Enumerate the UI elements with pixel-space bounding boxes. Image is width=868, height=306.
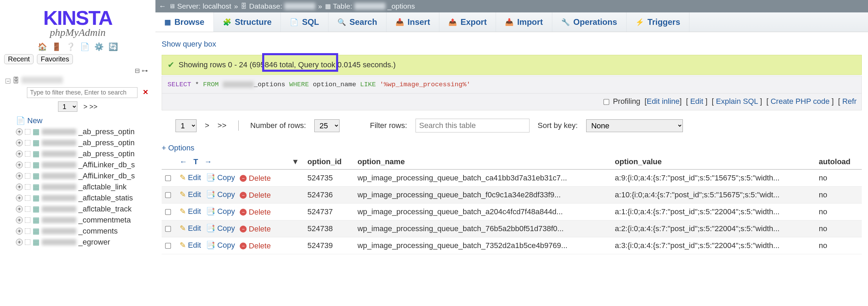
clear-filter-icon[interactable]: ✕ [143, 88, 149, 96]
tree-table-item[interactable]: +▦_ab_press_optin [16, 126, 153, 137]
sortkey-select[interactable]: None [586, 119, 683, 132]
row-copy-link[interactable]: 📑Copy [206, 173, 235, 182]
pencil-icon: ✎ [180, 224, 186, 233]
col-option-id[interactable]: option_id [303, 155, 353, 169]
tree-table-item[interactable]: +▦_ab_press_optin [16, 137, 153, 148]
row-delete-link[interactable]: −Delete [240, 225, 271, 234]
tree-table-item[interactable]: +▦_aflctable_track [16, 204, 153, 215]
breadcrumb-server[interactable]: 🖥Server: localhost [169, 2, 231, 10]
filter-rows-input[interactable] [416, 119, 530, 132]
check-icon: ✔ [168, 60, 174, 70]
tree-table-item[interactable]: +▦_AffiLinker_db_s [16, 170, 153, 181]
favorites-button[interactable]: Favorites [37, 54, 73, 64]
row-delete-link[interactable]: −Delete [240, 191, 271, 200]
help-icon[interactable]: ❔ [66, 42, 75, 51]
row-delete-link[interactable]: −Delete [240, 174, 271, 183]
tree-table-item[interactable]: +▦_aflctable_statis [16, 193, 153, 204]
tab-sql[interactable]: 📄SQL [281, 12, 328, 32]
row-delete-link[interactable]: −Delete [240, 208, 271, 217]
db-tree-root[interactable]: −🗄 [6, 77, 153, 85]
settings-icon[interactable]: ⚙️ [94, 42, 104, 51]
tree-filter-input[interactable] [27, 87, 137, 98]
tree-table-item[interactable]: +▦_egrower [16, 237, 153, 248]
recent-button[interactable]: Recent [4, 54, 34, 64]
row-copy-link[interactable]: 📑Copy [206, 207, 235, 216]
row-checkbox[interactable] [165, 209, 171, 215]
sidebar: KINSTA phpMyAdmin 🏠 🚪 ❔ 📄 ⚙️ 🔄 Recent Fa… [0, 0, 155, 260]
collapse-controls[interactable]: ⊟ ⊶ [3, 67, 153, 75]
tree-table-item[interactable]: +▦_comments [16, 226, 153, 237]
options-toggle[interactable]: + Options [162, 144, 862, 152]
tree-table-item[interactable]: +▦_commentmeta [16, 215, 153, 226]
cell-autoload: no [815, 220, 862, 237]
show-query-box-link[interactable]: Show query box [162, 40, 862, 49]
docs-icon[interactable]: 📄 [80, 42, 89, 51]
brand-logo: KINSTA [3, 6, 153, 29]
col-option-name[interactable]: option_name [353, 155, 611, 169]
sort-indicator-icon[interactable]: ▼ [292, 157, 299, 166]
tabbar: ▦Browse 🧩Structure 📄SQL 🔍Search 📥Insert … [155, 12, 868, 32]
tree-table-item[interactable]: +▦_AffiLinker_db_s [16, 159, 153, 170]
logo-block: KINSTA phpMyAdmin [3, 3, 153, 40]
profiling-checkbox[interactable] [603, 99, 609, 105]
tree-table-item[interactable]: +▦_aflctable_link [16, 181, 153, 193]
cell-autoload: no [815, 187, 862, 204]
row-checkbox[interactable] [165, 243, 171, 249]
reload-icon[interactable]: 🔄 [108, 42, 118, 51]
row-checkbox[interactable] [165, 192, 171, 198]
tree-next-page[interactable]: > >> [83, 103, 97, 110]
explain-sql-link[interactable]: Explain SQL [716, 97, 758, 106]
numrows-select[interactable]: 25 [314, 119, 340, 132]
tab-browse[interactable]: ▦Browse [155, 12, 214, 32]
row-edit-link[interactable]: ✎Edit [180, 241, 201, 250]
tab-structure[interactable]: 🧩Structure [214, 12, 281, 32]
row-edit-link[interactable]: ✎Edit [180, 173, 201, 182]
sidebar-toolbar: 🏠 🚪 ❔ 📄 ⚙️ 🔄 [3, 42, 153, 51]
tree-table-item[interactable]: +▦_ab_press_optin [16, 148, 153, 159]
tab-export[interactable]: 📤Export [439, 12, 496, 32]
cell-option-value: a:3:{i:0;a:4:{s:7:"post_id";s:5:"22004";… [611, 237, 815, 254]
row-action-arrows[interactable]: ← T → [180, 157, 214, 166]
tab-insert[interactable]: 📥Insert [387, 12, 439, 32]
next-page[interactable]: > [205, 121, 209, 130]
triggers-icon: ⚡ [636, 18, 644, 26]
sql-icon: 📄 [290, 18, 298, 26]
tab-import[interactable]: 📥Import [496, 12, 552, 32]
row-edit-link[interactable]: ✎Edit [180, 190, 201, 199]
home-icon[interactable]: 🏠 [38, 42, 47, 51]
search-icon: 🔍 [337, 18, 346, 26]
table-icon: ▦ [325, 2, 331, 10]
refresh-link[interactable]: Refr [842, 97, 857, 106]
row-copy-link[interactable]: 📑Copy [206, 241, 235, 250]
breadcrumb-database[interactable]: 🗄Database: [241, 2, 315, 10]
row-copy-link[interactable]: 📑Copy [206, 190, 235, 199]
last-page[interactable]: >> [218, 121, 227, 130]
col-option-value[interactable]: option_value [611, 155, 815, 169]
tab-search[interactable]: 🔍Search [328, 12, 387, 32]
row-edit-link[interactable]: ✎Edit [180, 224, 201, 233]
edit-sql-link[interactable]: Edit [690, 97, 703, 106]
edit-inline-link[interactable]: Edit inline [647, 97, 679, 106]
logout-icon[interactable]: 🚪 [52, 42, 61, 51]
cell-option-name: wp_image_processing_queue_batch_ca41bb3d… [353, 169, 611, 187]
row-copy-link[interactable]: 📑Copy [206, 224, 235, 233]
row-delete-link[interactable]: −Delete [240, 241, 271, 250]
page-select[interactable]: 1 [175, 119, 197, 132]
tab-triggers[interactable]: ⚡Triggers [627, 12, 690, 32]
tab-operations[interactable]: 🔧Operations [552, 12, 627, 32]
table-row: ✎Edit📑Copy−Delete524738wp_image_processi… [162, 220, 862, 237]
delete-icon: − [240, 243, 247, 249]
row-checkbox[interactable] [165, 175, 171, 181]
create-php-link[interactable]: Create PHP code [771, 97, 830, 106]
copy-icon: 📑 [206, 173, 215, 182]
tree-page-select[interactable]: 1 [58, 101, 77, 112]
cell-option-value: a:2:{i:0;a:4:{s:7:"post_id";s:5:"22004";… [611, 220, 815, 237]
tree-new-table[interactable]: 📄New [16, 115, 153, 126]
breadcrumb-table[interactable]: ▦Table: _options [325, 2, 415, 10]
col-autoload[interactable]: autoload [815, 155, 862, 169]
row-edit-link[interactable]: ✎Edit [180, 207, 201, 216]
row-checkbox[interactable] [165, 226, 171, 232]
cell-option-value: a:10:{i:0;a:4:{s:7:"post_id";s:5:"15675"… [611, 187, 815, 204]
cell-autoload: no [815, 237, 862, 254]
back-icon[interactable]: ← [159, 2, 166, 10]
